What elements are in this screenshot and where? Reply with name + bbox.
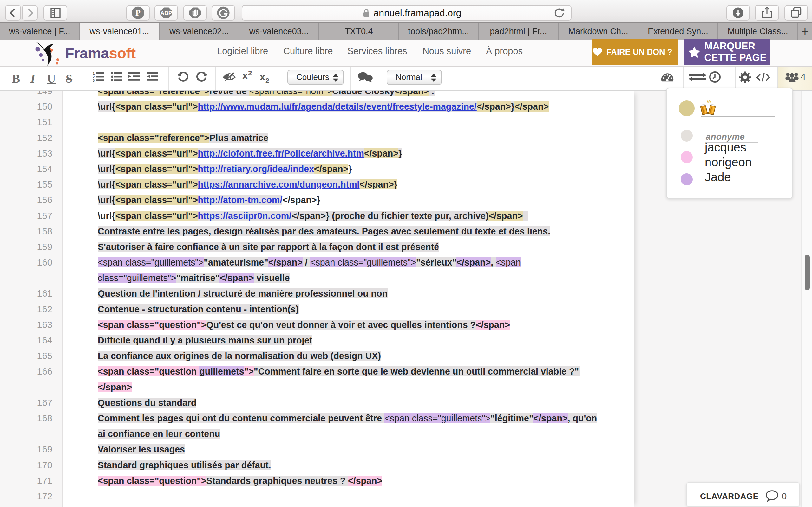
svg-text:P: P: [136, 8, 141, 17]
svg-text:3: 3: [93, 78, 95, 82]
svg-text:ABP: ABP: [160, 10, 172, 16]
